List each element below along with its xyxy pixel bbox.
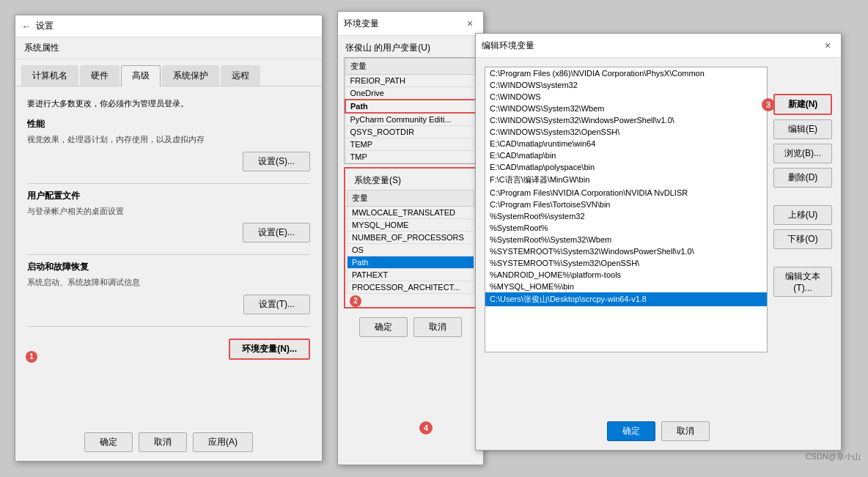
- sys-var-row[interactable]: MWLOCALE_TRANSLATED: [347, 207, 474, 219]
- sys-col1: 变量: [347, 191, 474, 207]
- path-list-item[interactable]: C:\WINDOWS: [485, 91, 767, 103]
- env-title-bar: 环境变量 ×: [338, 12, 483, 36]
- path-list-item[interactable]: %SYSTEMROOT%\System32\OpenSSH\: [485, 257, 767, 269]
- edit-env-action-buttons: 新建(N) 编辑(E) 浏览(B)... 删除(D) 上移(U) 下移(O) 编…: [773, 94, 832, 297]
- tabs-bar: 计算机名 硬件 高级 系统保护 远程: [15, 59, 322, 86]
- settings-title: 设置: [36, 20, 54, 32]
- path-list-item[interactable]: %SystemRoot%\system32: [485, 210, 767, 222]
- user-vars-title: 张俊山 的用户变量(U): [338, 36, 483, 57]
- watermark: CSDN@章小山: [806, 451, 861, 462]
- edit-env-cancel-button[interactable]: 取消: [661, 421, 710, 441]
- performance-desc: 视觉效果，处理器计划，内存使用，以及虚拟内存: [27, 133, 310, 146]
- path-list: C:\Program Files (x86)\NVIDIA Corporatio…: [485, 67, 768, 352]
- user-col1: 变量: [345, 59, 476, 75]
- admin-notice: 要进行大多数更改，你必须作为管理员登录。: [27, 98, 310, 109]
- settings-title-bar: ← 设置: [15, 15, 322, 37]
- tab-remote[interactable]: 远程: [221, 65, 260, 86]
- env-title: 环境变量: [344, 18, 379, 30]
- move-up-button[interactable]: 上移(U): [773, 205, 832, 225]
- env-ok-button[interactable]: 确定: [359, 317, 408, 337]
- settings-apply-button[interactable]: 应用(A): [193, 432, 253, 452]
- edit-env-title: 编辑环境变量: [482, 40, 534, 52]
- edit-env-ok-button[interactable]: 确定: [607, 421, 655, 441]
- path-list-item[interactable]: C:\WINDOWS\system32: [485, 79, 767, 91]
- performance-title: 性能: [27, 118, 310, 130]
- path-list-item[interactable]: F:\C语言\编译器\MinGW\bin: [485, 173, 767, 187]
- sys-var-row[interactable]: OS: [347, 244, 474, 256]
- startup-section: 启动和故障恢复 系统启动、系统故障和调试信息 设置(T)...: [27, 261, 310, 314]
- settings-panel: 要进行大多数更改，你必须作为管理员登录。 性能 视觉效果，处理器计划，内存使用，…: [15, 86, 322, 371]
- badge-4: 4: [419, 421, 433, 435]
- tab-hardware[interactable]: 硬件: [80, 65, 119, 86]
- browse-path-button[interactable]: 浏览(B)...: [773, 144, 832, 163]
- path-list-item[interactable]: C:\WINDOWS\System32\Wbem: [485, 103, 767, 114]
- env-variables-window: 环境变量 × 张俊山 的用户变量(U) 变量 FREIOR_PATHOneDri…: [337, 11, 484, 465]
- performance-settings-button[interactable]: 设置(S)...: [243, 152, 310, 171]
- path-list-item[interactable]: C:\Program Files\TortoiseSVN\bin: [485, 199, 767, 210]
- tab-advanced[interactable]: 高级: [121, 65, 161, 86]
- edit-text-button[interactable]: 编辑文本(T)...: [773, 267, 832, 297]
- sys-var-row[interactable]: PROCESSOR_ARCHITECT...: [347, 281, 474, 294]
- settings-window: ← 设置 系统属性 计算机名 硬件 高级 系统保护 远程 要进行大多数更改，你必…: [15, 15, 323, 462]
- path-list-item[interactable]: %MYSQL_HOME%\bin: [485, 281, 767, 292]
- path-list-item[interactable]: E:\CAD\matlap\polyspace\bin: [485, 161, 767, 173]
- user-var-row[interactable]: FREIOR_PATH: [345, 75, 476, 87]
- move-down-button[interactable]: 下移(O): [773, 229, 832, 249]
- settings-cancel-button[interactable]: 取消: [139, 432, 187, 452]
- env-close-button[interactable]: ×: [463, 16, 477, 31]
- system-properties-label: 系统属性: [15, 37, 322, 59]
- user-var-row[interactable]: PyCharm Community Editi...: [345, 113, 476, 126]
- startup-desc: 系统启动、系统故障和调试信息: [27, 276, 310, 289]
- user-var-row[interactable]: TEMP: [345, 138, 476, 151]
- performance-section: 性能 视觉效果，处理器计划，内存使用，以及虚拟内存 设置(S)...: [27, 118, 310, 171]
- user-profile-settings-button[interactable]: 设置(E)...: [243, 223, 310, 243]
- path-list-item[interactable]: C:\WINDOWS\System32\OpenSSH\: [485, 126, 767, 138]
- sys-var-row[interactable]: PATHEXT: [347, 269, 474, 281]
- user-profile-title: 用户配置文件: [27, 190, 310, 202]
- user-var-row[interactable]: TMP: [345, 151, 476, 163]
- path-list-item[interactable]: C:\Users\张俊山\Desktop\scrcpy-win64-v1.8: [485, 292, 767, 306]
- settings-ok-button[interactable]: 确定: [84, 432, 133, 452]
- path-list-item[interactable]: C:\Program Files (x86)\NVIDIA Corporatio…: [485, 67, 767, 79]
- badge-2: 2: [350, 295, 361, 307]
- path-list-item[interactable]: C:\Program Files\NVIDIA Corporation\NVID…: [485, 187, 767, 199]
- user-vars-table: 变量 FREIOR_PATHOneDrivePathPyCharm Commun…: [345, 58, 477, 163]
- new-path-button[interactable]: 新建(N): [773, 94, 832, 115]
- path-list-item[interactable]: %SYSTEMROOT%\System32\WindowsPowerShell\…: [485, 245, 767, 257]
- badge-3: 3: [762, 98, 775, 111]
- path-list-item[interactable]: C:\WINDOWS\System32\WindowsPowerShell\v1…: [485, 114, 767, 126]
- edit-env-window: 编辑环境变量 × 3 C:\Program Files (x86)\NVIDIA…: [475, 33, 842, 451]
- edit-env-close-button[interactable]: ×: [820, 38, 835, 53]
- sys-var-row[interactable]: MYSQL_HOME: [347, 219, 474, 232]
- env-cancel-button[interactable]: 取消: [413, 317, 462, 337]
- edit-path-button[interactable]: 编辑(E): [773, 119, 832, 139]
- edit-env-title-bar: 编辑环境变量 ×: [476, 34, 841, 58]
- tab-computer-name[interactable]: 计算机名: [21, 65, 78, 86]
- user-var-row[interactable]: OneDrive: [345, 87, 476, 100]
- startup-settings-button[interactable]: 设置(T)...: [243, 295, 310, 314]
- edit-env-bottom-buttons: 确定 取消: [476, 421, 841, 441]
- env-variables-button[interactable]: 环境变量(N)...: [229, 339, 310, 360]
- user-profile-section: 用户配置文件 与登录帐户相关的桌面设置 设置(E)...: [27, 190, 310, 243]
- tab-system-protection[interactable]: 系统保护: [162, 65, 219, 86]
- back-button[interactable]: ←: [21, 21, 32, 32]
- user-profile-desc: 与登录帐户相关的桌面设置: [27, 205, 310, 218]
- startup-title: 启动和故障恢复: [27, 261, 310, 273]
- path-list-item[interactable]: %SystemRoot%\System32\Wbem: [485, 234, 767, 245]
- user-var-row[interactable]: QSYS_ROOTDIR: [345, 126, 476, 138]
- path-list-item[interactable]: E:\CAD\matlap\runtime\win64: [485, 138, 767, 149]
- sys-vars-section-box: 系统变量(S) 变量 MWLOCALE_TRANSLATEDMYSQL_HOME…: [344, 167, 477, 308]
- delete-path-button[interactable]: 删除(D): [773, 168, 832, 188]
- user-var-row[interactable]: Path: [345, 100, 476, 113]
- settings-bottom-buttons: 确定 取消 应用(A): [15, 432, 322, 452]
- path-list-item[interactable]: %ANDROID_HOME%\platform-tools: [485, 269, 767, 281]
- badge-1: 1: [26, 351, 37, 363]
- sys-var-row[interactable]: NUMBER_OF_PROCESSORS: [347, 232, 474, 244]
- path-list-item[interactable]: %SystemRoot%: [485, 222, 767, 234]
- sys-var-row[interactable]: Path: [347, 256, 474, 269]
- sys-vars-title: 系统变量(S): [347, 170, 474, 190]
- path-list-item[interactable]: E:\CAD\matlap\bin: [485, 149, 767, 161]
- sys-vars-table: 变量 MWLOCALE_TRANSLATEDMYSQL_HOMENUMBER_O…: [347, 190, 474, 294]
